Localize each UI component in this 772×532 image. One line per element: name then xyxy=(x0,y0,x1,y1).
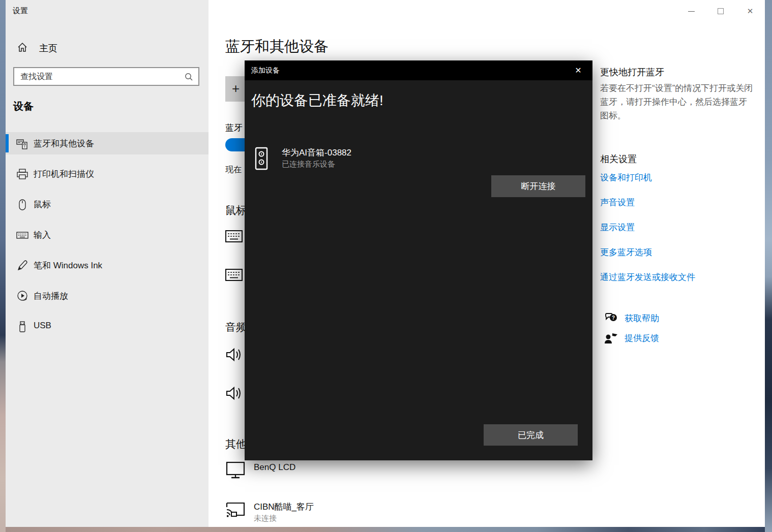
keyboard-icon xyxy=(16,229,28,241)
help-chat-icon: ? xyxy=(604,312,618,325)
dialog-close-button[interactable]: ✕ xyxy=(568,60,588,80)
sidebar-item-autoplay[interactable]: 自动播放 xyxy=(6,285,209,307)
quick-bluetooth-text: 若要在不打开“设置”的情况下打开或关闭蓝牙，请打开操作中心，然后选择蓝牙图标。 xyxy=(600,81,755,122)
sidebar-item-label: USB xyxy=(34,321,51,331)
sidebar-item-label: 鼠标 xyxy=(34,199,51,210)
minimize-button[interactable] xyxy=(676,0,706,22)
done-button[interactable]: 已完成 xyxy=(484,424,578,446)
desktop-wallpaper-left-strip xyxy=(0,0,6,532)
sidebar-item-label: 输入 xyxy=(34,229,51,241)
maximize-button[interactable] xyxy=(706,0,735,22)
sidebar-item-bluetooth[interactable]: 蓝牙和其他设备 xyxy=(6,132,209,154)
get-help-link: 获取帮助 xyxy=(625,312,659,324)
quick-bluetooth-heading: 更快地打开蓝牙 xyxy=(600,66,664,78)
search-icon[interactable] xyxy=(184,72,193,81)
home-icon xyxy=(17,42,28,53)
desktop-wallpaper-right-strip xyxy=(765,0,772,532)
dialog-device-row: 华为AI音箱-03882 已连接音乐设备 xyxy=(251,146,582,176)
sidebar-item-label: 蓝牙和其他设备 xyxy=(34,138,94,149)
search-input[interactable] xyxy=(14,68,198,85)
discoverable-text: 现在 xyxy=(225,165,242,175)
svg-text:?: ? xyxy=(612,315,615,321)
settings-window: 设置 主页 设备 蓝牙和其他设备 xyxy=(6,0,765,527)
keyboard-device-icon xyxy=(225,268,243,281)
plus-icon: + xyxy=(232,81,240,97)
sidebar-section-heading: 设备 xyxy=(13,100,34,113)
sidebar-item-label: 自动播放 xyxy=(34,290,68,302)
search-box xyxy=(13,67,199,86)
window-title: 设置 xyxy=(13,6,28,16)
sidebar-item-typing[interactable]: 输入 xyxy=(6,224,209,246)
autoplay-icon xyxy=(16,290,28,302)
usb-icon xyxy=(16,321,28,333)
add-device-dialog: 添加设备 ✕ 你的设备已准备就绪! 华为AI音箱-03882 已连接音乐设备 断… xyxy=(245,60,592,460)
bluetooth-toggle-label: 蓝牙 xyxy=(225,122,243,134)
dialog-heading: 你的设备已准备就绪! xyxy=(251,91,383,110)
device-status: 未连接 xyxy=(254,514,277,523)
give-feedback-link: 提供反馈 xyxy=(625,332,659,344)
link-send-receive-files[interactable]: 通过蓝牙发送或接收文件 xyxy=(600,271,695,283)
link-display-settings[interactable]: 显示设置 xyxy=(600,222,635,233)
dialog-header: 添加设备 ✕ xyxy=(245,60,592,80)
link-devices-and-printers[interactable]: 设备和打印机 xyxy=(600,172,652,183)
sidebar: 设置 主页 设备 蓝牙和其他设备 xyxy=(6,0,209,527)
screen: 设置 主页 设备 蓝牙和其他设备 xyxy=(0,0,772,532)
sidebar-item-usb[interactable]: USB xyxy=(6,315,209,337)
bluetooth-devices-icon xyxy=(16,138,28,150)
monitor-icon xyxy=(225,461,246,480)
volume-device-icon xyxy=(225,385,243,401)
dialog-title: 添加设备 xyxy=(251,66,280,75)
page-title: 蓝牙和其他设备 xyxy=(225,37,329,57)
maximize-icon xyxy=(718,8,724,14)
link-more-bluetooth-options[interactable]: 更多蓝牙选项 xyxy=(600,246,652,258)
related-settings-heading: 相关设置 xyxy=(600,153,637,165)
sidebar-item-home[interactable]: 主页 xyxy=(13,41,201,56)
pen-icon xyxy=(16,260,28,272)
sidebar-item-printers[interactable]: 打印机和扫描仪 xyxy=(6,163,209,185)
mouse-keyboard-section-heading: 鼠标 xyxy=(225,203,247,217)
dialog-device-name: 华为AI音箱-03882 xyxy=(282,147,351,159)
mouse-icon xyxy=(16,199,28,211)
speaker-icon xyxy=(255,147,268,170)
link-sound-settings[interactable]: 声音设置 xyxy=(600,197,635,208)
device-row-benq[interactable]: BenQ LCD xyxy=(225,461,541,490)
printer-icon xyxy=(16,168,28,180)
device-name: BenQ LCD xyxy=(254,462,295,473)
disconnect-button[interactable]: 断开连接 xyxy=(491,175,585,197)
device-row-cibn[interactable]: CIBN酷喵_客厅 未连接 xyxy=(225,500,541,528)
selected-accent-bar xyxy=(6,134,9,152)
sidebar-item-mouse[interactable]: 鼠标 xyxy=(6,193,209,215)
cast-screen-icon xyxy=(225,500,247,519)
sidebar-home-label: 主页 xyxy=(39,42,57,54)
window-controls: ✕ xyxy=(663,0,765,22)
minimize-icon xyxy=(688,11,695,12)
sidebar-item-label: 笔和 Windows Ink xyxy=(34,260,102,271)
close-button[interactable]: ✕ xyxy=(735,0,765,22)
sidebar-item-label: 打印机和扫描仪 xyxy=(34,168,94,180)
volume-device-icon xyxy=(225,347,243,363)
feedback-person-icon xyxy=(604,332,618,345)
audio-section-heading: 音频 xyxy=(225,320,247,334)
device-name: CIBN酷喵_客厅 xyxy=(254,501,314,513)
sidebar-item-pen[interactable]: 笔和 Windows Ink xyxy=(6,254,209,276)
dialog-device-status: 已连接音乐设备 xyxy=(282,160,335,169)
keyboard-device-icon xyxy=(225,230,243,243)
close-icon: ✕ xyxy=(747,7,754,16)
